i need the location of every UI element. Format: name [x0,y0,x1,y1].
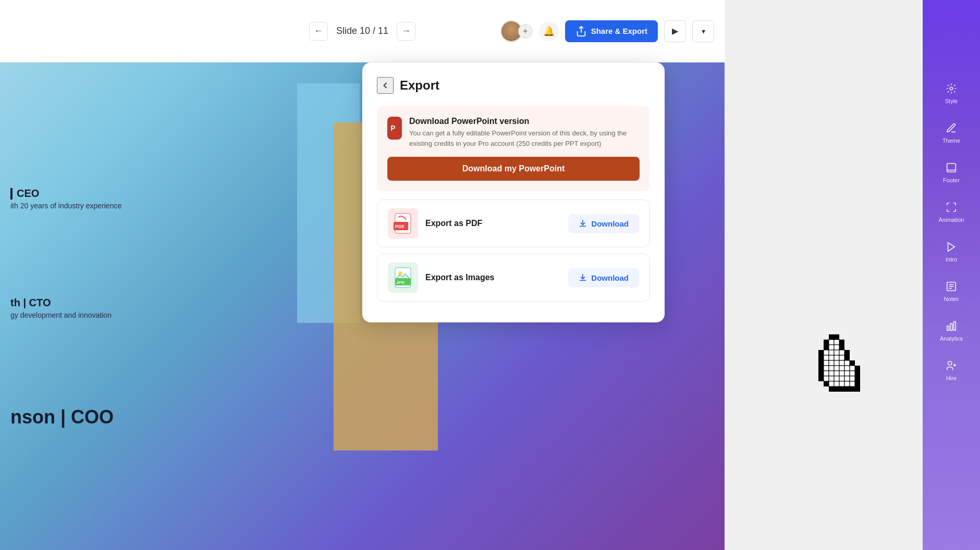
prev-slide-button[interactable]: ← [309,22,328,41]
svg-rect-89 [850,386,855,392]
cto-label: th | CTO [10,297,112,309]
svg-rect-28 [829,340,834,345]
coo-section: nson | COO [10,406,114,428]
svg-rect-33 [834,345,839,350]
svg-rect-19 [947,326,949,330]
export-title: Export [400,78,439,93]
sidebar-item-analytics[interactable]: Analytics [923,310,980,350]
sidebar-item-theme[interactable]: Theme [923,113,980,152]
svg-rect-48 [824,360,829,366]
share-export-button[interactable]: Share & Export [565,20,658,42]
notes-label: Notes [944,296,959,302]
svg-rect-42 [824,355,829,360]
pdf-icon-wrap: PDF [388,208,418,239]
svg-rect-60 [850,366,855,371]
svg-rect-78 [824,381,829,386]
svg-point-11 [950,87,953,90]
svg-rect-69 [855,371,860,376]
ceo-label: CEO [10,188,121,199]
hire-label: Hire [946,375,957,381]
jpg-icon-wrap: JPG [388,262,418,293]
svg-rect-32 [829,345,834,350]
cto-desc: gy development and innovation [10,311,112,319]
svg-rect-75 [844,376,850,381]
ppt-card-title: Download PowerPoint version [409,117,640,126]
svg-rect-49 [829,360,834,366]
pdf-download-button[interactable]: Download [568,214,639,233]
analytics-label: Analytics [940,335,963,342]
svg-rect-62 [818,371,824,376]
sidebar-item-hire[interactable]: Hire [923,350,980,390]
ppt-card: P Download PowerPoint version You can ge… [377,106,650,191]
ppt-icon: P [387,117,402,140]
jpg-icon: JPG [394,267,412,289]
svg-rect-84 [855,381,860,386]
svg-rect-50 [834,360,839,366]
add-user-button[interactable]: + [518,24,533,39]
images-download-button[interactable]: Download [568,268,639,288]
svg-rect-82 [844,381,850,386]
svg-rect-61 [855,366,860,371]
cto-section: th | CTO gy development and innovation [10,297,112,319]
svg-rect-44 [834,355,839,360]
sidebar-item-style[interactable]: Style [923,73,980,113]
svg-rect-39 [839,350,844,355]
sidebar-item-animation[interactable]: Animation [923,192,980,231]
footer-label: Footer [943,177,960,183]
svg-rect-27 [824,340,829,345]
svg-rect-25 [829,334,834,340]
svg-point-22 [948,361,952,365]
svg-text:P: P [390,124,395,132]
images-card-left: JPG Export as Images [388,262,495,293]
images-export-card: JPG Export as Images Download [377,254,650,302]
svg-rect-73 [834,376,839,381]
pdf-export-card: PDF Export as PDF Download [377,199,650,247]
notes-icon [944,279,959,294]
ppt-card-header: P Download PowerPoint version You can ge… [387,117,640,148]
svg-rect-68 [850,371,855,376]
notification-button[interactable]: 🔔 [539,21,559,41]
svg-rect-57 [834,366,839,371]
sidebar-item-footer[interactable]: Footer [923,152,980,192]
svg-rect-56 [829,366,834,371]
svg-rect-83 [850,381,855,386]
svg-rect-74 [839,376,844,381]
svg-rect-52 [844,360,850,366]
dropdown-button[interactable]: ▾ [692,20,714,42]
hire-icon [944,358,959,373]
svg-text:PDF: PDF [395,224,405,229]
svg-rect-53 [850,360,855,366]
svg-rect-54 [818,366,824,371]
header-bar: ← Slide 10 / 11 → + 🔔 Share & Export ▶ ▾ [0,0,725,63]
back-arrow-icon [380,80,390,91]
svg-rect-26 [834,334,839,340]
intro-icon [944,240,959,254]
pixel-cursor-icon [818,334,876,402]
coo-label: nson | COO [10,406,114,428]
theme-icon [944,121,959,135]
slide-navigation: ← Slide 10 / 11 → [309,22,415,41]
svg-rect-77 [855,376,860,381]
svg-rect-64 [829,371,834,376]
slide-indicator: Slide 10 / 11 [336,26,388,36]
play-button[interactable]: ▶ [664,20,686,42]
next-slide-button[interactable]: → [397,22,415,41]
export-header: Export [377,77,650,94]
style-icon [944,81,959,96]
svg-rect-51 [839,360,844,366]
images-download-icon [579,273,587,282]
sidebar-item-intro[interactable]: Intro [923,231,980,271]
footer-icon [944,160,959,175]
svg-rect-35 [818,350,824,355]
svg-rect-38 [834,350,839,355]
ppt-download-button[interactable]: Download my PowerPoint [387,157,640,181]
svg-rect-47 [818,360,824,366]
svg-rect-36 [824,350,829,355]
sidebar-item-notes[interactable]: Notes [923,271,980,310]
svg-rect-90 [855,386,860,392]
back-button[interactable] [377,77,394,94]
svg-text:JPG: JPG [396,280,405,285]
svg-rect-37 [829,350,834,355]
svg-rect-30 [839,340,844,345]
svg-rect-12 [947,164,956,172]
